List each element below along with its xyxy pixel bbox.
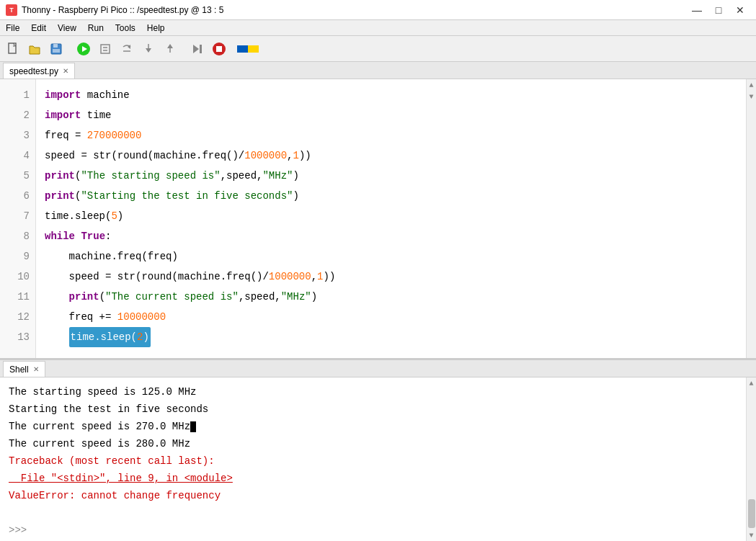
shell-tab[interactable]: Shell ✕	[3, 361, 45, 377]
line-num-4: 4	[0, 146, 30, 166]
line-num-3: 3	[0, 125, 30, 146]
shell-tab-label: Shell	[9, 365, 29, 375]
shell-prompt: >>>	[9, 524, 33, 536]
step-into-icon	[142, 43, 155, 55]
save-button[interactable]	[46, 39, 66, 59]
maximize-button[interactable]: □	[708, 2, 729, 18]
continue-icon	[191, 43, 204, 55]
line-num-8: 8	[0, 226, 30, 246]
shell-line2: Starting the test in five seconds	[9, 403, 208, 415]
step-into-button[interactable]	[138, 39, 159, 59]
ukraine-flag	[236, 39, 259, 59]
shell-panel: Shell ✕ The starting speed is 125.0 MHz …	[0, 360, 756, 541]
shell-error2[interactable]: File "<stdin>", line 9, in <module>	[9, 473, 233, 484]
stop-icon	[212, 42, 226, 56]
shell-tabs: Shell ✕	[0, 360, 756, 377]
open-icon	[28, 43, 41, 55]
shell-content: The starting speed is 125.0 MHz Starting…	[0, 377, 756, 541]
new-icon	[6, 43, 19, 55]
title-bar: T Thonny - Raspberry Pi Pico :: /speedte…	[0, 0, 756, 20]
line-num-2: 2	[0, 105, 30, 125]
toolbar	[0, 36, 756, 62]
svg-rect-16	[200, 45, 202, 53]
scroll-up-arrow[interactable]: ▲	[747, 79, 756, 91]
svg-rect-3	[53, 49, 60, 53]
save-icon	[50, 43, 63, 55]
editor-container: 1 2 3 4 5 6 7 8 9 10 11 12 13 import mac…	[0, 79, 756, 360]
shell-cursor	[190, 421, 196, 432]
close-button[interactable]: ✕	[730, 2, 750, 18]
debug-icon	[99, 43, 112, 55]
editor-tabs: speedtest.py ✕	[0, 62, 756, 79]
main-layout: speedtest.py ✕ 1 2 3 4 5 6 7 8 9 10 11 1…	[0, 62, 756, 541]
menu-run[interactable]: Run	[82, 20, 110, 35]
run-button[interactable]	[74, 39, 94, 59]
scroll-down-arrow[interactable]: ▼	[747, 91, 756, 102]
line-num-13: 13	[0, 327, 30, 347]
svg-marker-12	[146, 48, 151, 53]
menu-bar: File Edit View Run Tools Help	[0, 20, 756, 36]
editor-tab-label: speedtest.py	[9, 66, 58, 76]
continue-button[interactable]	[187, 39, 208, 59]
step-out-icon	[164, 43, 177, 55]
menu-edit[interactable]: Edit	[25, 20, 52, 35]
svg-rect-18	[216, 46, 222, 52]
shell-output[interactable]: The starting speed is 125.0 MHz Starting…	[0, 377, 746, 541]
stop-button[interactable]	[209, 39, 229, 59]
svg-rect-2	[53, 44, 58, 48]
shell-scroll-up[interactable]: ▲	[747, 377, 756, 389]
shell-line3: The current speed is 270.0 MHz	[9, 421, 196, 432]
shell-scroll-track	[747, 389, 756, 498]
shell-scroll-thumb[interactable]	[748, 499, 755, 528]
debug-button[interactable]	[95, 39, 115, 59]
line-num-10: 10	[0, 267, 30, 287]
step-over-button[interactable]	[117, 39, 137, 59]
editor-tab-close[interactable]: ✕	[63, 67, 68, 75]
svg-marker-15	[193, 45, 199, 53]
menu-view[interactable]: View	[52, 20, 82, 35]
app-logo: T	[6, 4, 17, 16]
line-num-6: 6	[0, 186, 30, 206]
shell-scroll-down[interactable]: ▼	[747, 529, 756, 541]
new-button[interactable]	[3, 39, 23, 59]
editor-tab-speedtest[interactable]: speedtest.py ✕	[3, 63, 75, 79]
run-icon	[76, 42, 91, 56]
editor-scrollbar[interactable]: ▲ ▼	[746, 79, 756, 358]
line-num-7: 7	[0, 206, 30, 226]
step-out-button[interactable]	[160, 39, 180, 59]
minimize-button[interactable]: —	[687, 2, 707, 18]
menu-file[interactable]: File	[0, 20, 25, 35]
line-num-11: 11	[0, 287, 30, 307]
shell-row: Shell ✕ The starting speed is 125.0 MHz …	[0, 360, 756, 541]
code-area[interactable]: import machine import time freq = 270000…	[36, 79, 746, 358]
shell-line1: The starting speed is 125.0 MHz	[9, 386, 196, 398]
open-button[interactable]	[25, 39, 45, 59]
menu-tools[interactable]: Tools	[110, 20, 141, 35]
step-over-icon	[120, 43, 133, 55]
line-num-1: 1	[0, 85, 30, 105]
shell-error3: ValueError: cannot change frequency	[9, 490, 221, 501]
line-numbers: 1 2 3 4 5 6 7 8 9 10 11 12 13	[0, 79, 36, 358]
shell-scrollbar[interactable]: ▲ ▼	[746, 377, 756, 541]
line-num-12: 12	[0, 307, 30, 327]
svg-marker-14	[167, 44, 173, 48]
line-num-9: 9	[0, 246, 30, 267]
window-title: Thonny - Raspberry Pi Pico :: /speedtest…	[22, 5, 223, 15]
shell-tab-close[interactable]: ✕	[33, 365, 39, 373]
svg-marker-6	[101, 45, 110, 53]
shell-error1: Traceback (most recent call last):	[9, 455, 215, 467]
shell-line4: The current speed is 280.0 MHz	[9, 438, 190, 450]
title-left: T Thonny - Raspberry Pi Pico :: /speedte…	[6, 4, 223, 16]
menu-help[interactable]: Help	[141, 20, 171, 35]
window-controls: — □ ✕	[687, 2, 750, 18]
line-num-5: 5	[0, 166, 30, 186]
